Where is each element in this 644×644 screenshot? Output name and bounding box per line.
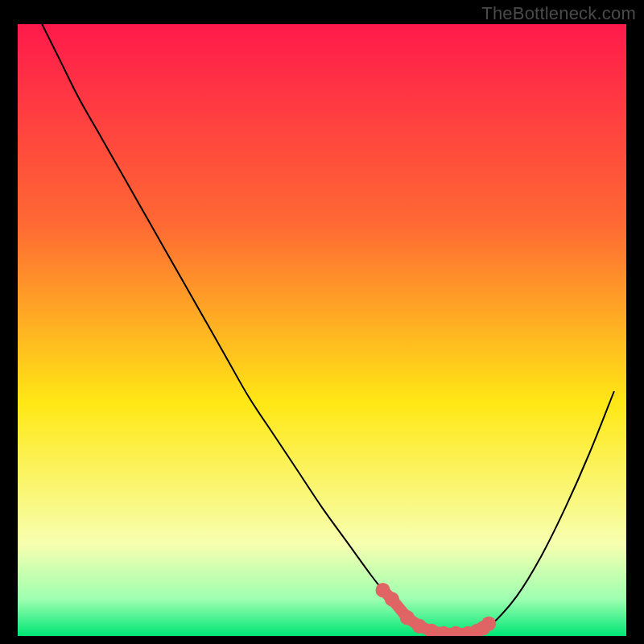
bottleneck-chart — [18, 24, 626, 636]
plot-area — [18, 24, 626, 636]
watermark-text: TheBottleneck.com — [481, 3, 636, 24]
marker-dot — [385, 592, 399, 606]
gradient-background — [18, 24, 626, 636]
marker-dot — [400, 610, 415, 625]
marker-dot — [481, 617, 496, 631]
chart-frame: TheBottleneck.com — [0, 0, 644, 644]
